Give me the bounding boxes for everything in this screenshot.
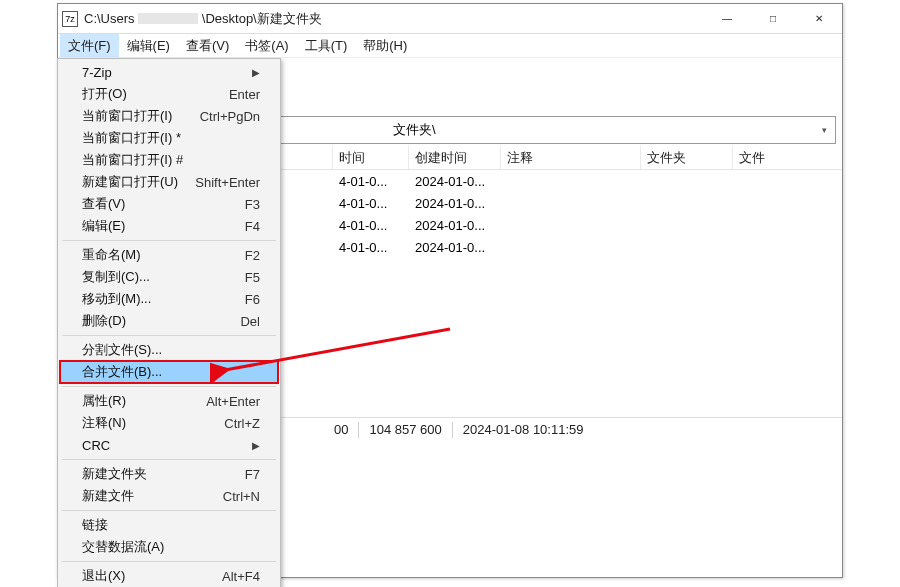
chevron-down-icon: ▾ bbox=[822, 125, 827, 135]
menu-open-here-star[interactable]: 当前窗口打开(I) * bbox=[60, 127, 278, 149]
menu-separator bbox=[62, 510, 276, 511]
menu-edit[interactable]: 编辑(E) bbox=[119, 34, 178, 57]
minimize-button[interactable]: ― bbox=[704, 4, 750, 33]
menu-view[interactable]: 查看(V) bbox=[178, 34, 237, 57]
col-file[interactable]: 文件 bbox=[733, 146, 803, 169]
status-seg-2: 104 857 600 bbox=[359, 422, 451, 437]
menu-separator bbox=[62, 335, 276, 336]
col-folder[interactable]: 文件夹 bbox=[641, 146, 733, 169]
file-menu-dropdown: 7-Zip ▶ 打开(O) Enter 当前窗口打开(I) Ctrl+PgDn … bbox=[57, 58, 281, 587]
menu-crc[interactable]: CRC ▶ bbox=[60, 434, 278, 456]
title-path-suffix: \Desktop\新建文件夹 bbox=[202, 11, 322, 26]
cell-create: 2024-01-0... bbox=[409, 196, 501, 211]
menu-tool[interactable]: 工具(T) bbox=[297, 34, 356, 57]
menu-bookmark[interactable]: 书签(A) bbox=[237, 34, 296, 57]
close-button[interactable]: ✕ bbox=[796, 4, 842, 33]
cell-mod: 4-01-0... bbox=[333, 218, 409, 233]
status-seg-1: 00 bbox=[324, 422, 358, 437]
menu-moveto[interactable]: 移动到(M)... F6 bbox=[60, 288, 278, 310]
menu-separator bbox=[62, 386, 276, 387]
cell-create: 2024-01-0... bbox=[409, 174, 501, 189]
menu-file[interactable]: 文件(F) bbox=[60, 34, 119, 57]
menu-open[interactable]: 打开(O) Enter bbox=[60, 83, 278, 105]
menu-separator bbox=[62, 459, 276, 460]
menu-open-new[interactable]: 新建窗口打开(U) Shift+Enter bbox=[60, 171, 278, 193]
menu-view-item[interactable]: 查看(V) F3 bbox=[60, 193, 278, 215]
menu-altstream[interactable]: 交替数据流(A) bbox=[60, 536, 278, 558]
window-title: C:\Users \Desktop\新建文件夹 bbox=[84, 10, 704, 28]
cell-mod: 4-01-0... bbox=[333, 196, 409, 211]
cell-create: 2024-01-0... bbox=[409, 240, 501, 255]
submenu-arrow-icon: ▶ bbox=[252, 440, 260, 451]
menu-7zip[interactable]: 7-Zip ▶ bbox=[60, 61, 278, 83]
menu-open-here[interactable]: 当前窗口打开(I) Ctrl+PgDn bbox=[60, 105, 278, 127]
cell-mod: 4-01-0... bbox=[333, 174, 409, 189]
col-comment[interactable]: 注释 bbox=[501, 146, 641, 169]
menu-comment[interactable]: 注释(N) Ctrl+Z bbox=[60, 412, 278, 434]
path-dropdown-button[interactable]: ▾ bbox=[815, 119, 833, 141]
menu-properties[interactable]: 属性(R) Alt+Enter bbox=[60, 390, 278, 412]
window-buttons: ― □ ✕ bbox=[704, 4, 842, 33]
col-modified[interactable]: 时间 bbox=[333, 146, 409, 169]
cell-mod: 4-01-0... bbox=[333, 240, 409, 255]
menu-separator bbox=[62, 561, 276, 562]
menu-link[interactable]: 链接 bbox=[60, 514, 278, 536]
menu-rename[interactable]: 重命名(M) F2 bbox=[60, 244, 278, 266]
menu-copyto[interactable]: 复制到(C)... F5 bbox=[60, 266, 278, 288]
col-created[interactable]: 创建时间 bbox=[409, 146, 501, 169]
cell-create: 2024-01-0... bbox=[409, 218, 501, 233]
redacted-user bbox=[138, 13, 198, 24]
menu-delete[interactable]: 删除(D) Del bbox=[60, 310, 278, 332]
menu-open-here-hash[interactable]: 当前窗口打开(I) # bbox=[60, 149, 278, 171]
menu-edit-item[interactable]: 编辑(E) F4 bbox=[60, 215, 278, 237]
menu-merge[interactable]: 合并文件(B)... bbox=[60, 361, 278, 383]
menu-bar: 文件(F) 编辑(E) 查看(V) 书签(A) 工具(T) 帮助(H) bbox=[58, 34, 842, 58]
menu-separator bbox=[62, 240, 276, 241]
menu-newfile[interactable]: 新建文件 Ctrl+N bbox=[60, 485, 278, 507]
menu-exit[interactable]: 退出(X) Alt+F4 bbox=[60, 565, 278, 587]
title-bar: 7z C:\Users \Desktop\新建文件夹 ― □ ✕ bbox=[58, 4, 842, 34]
menu-help[interactable]: 帮助(H) bbox=[355, 34, 415, 57]
status-seg-3: 2024-01-08 10:11:59 bbox=[453, 422, 594, 437]
path-suffix: 文件夹\ bbox=[393, 121, 436, 139]
submenu-arrow-icon: ▶ bbox=[252, 67, 260, 78]
app-icon: 7z bbox=[62, 11, 78, 27]
title-path-prefix: C:\Users bbox=[84, 11, 135, 26]
maximize-button[interactable]: □ bbox=[750, 4, 796, 33]
menu-newfolder[interactable]: 新建文件夹 F7 bbox=[60, 463, 278, 485]
menu-split[interactable]: 分割文件(S)... bbox=[60, 339, 278, 361]
